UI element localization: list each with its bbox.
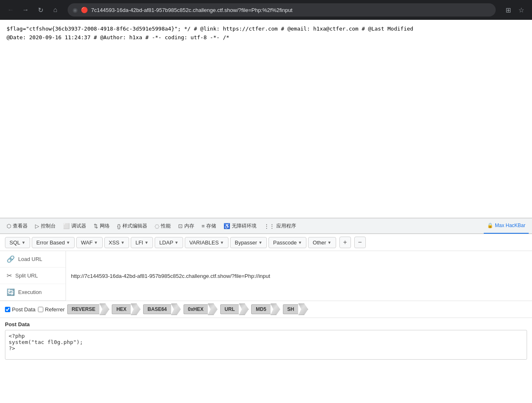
split-url-button[interactable]: ✂ Split URL bbox=[0, 268, 66, 284]
lfi-label: LFI bbox=[135, 239, 143, 246]
lfi-arrow: ▼ bbox=[144, 240, 148, 245]
menu-xss[interactable]: XSS ▼ bbox=[104, 237, 129, 248]
add-menu-button[interactable]: + bbox=[339, 237, 351, 248]
sh-arrow-icon bbox=[298, 303, 308, 315]
execution-button[interactable]: 🔄 Execution bbox=[0, 284, 66, 301]
url-input[interactable] bbox=[71, 273, 527, 279]
xss-label: XSS bbox=[109, 239, 120, 246]
referrer-checkbox-label: Referrer bbox=[45, 306, 65, 313]
accessibility-label: 无障碍环境 bbox=[232, 223, 257, 230]
style-editor-icon: {} bbox=[117, 223, 121, 229]
md5-arrow-icon bbox=[271, 303, 280, 315]
debugger-label: 调试器 bbox=[71, 223, 86, 230]
home-button[interactable]: ⌂ bbox=[49, 4, 61, 16]
qr-icon[interactable]: ⊞ bbox=[502, 4, 514, 16]
hackbar-tab[interactable]: 🔒 Max HacKBar bbox=[484, 218, 529, 234]
base64-button[interactable]: BASE64 bbox=[143, 303, 181, 315]
sh-label: SH bbox=[283, 304, 299, 314]
menu-other[interactable]: Other ▼ bbox=[308, 237, 336, 248]
browser-actions: ⊞ ☆ bbox=[502, 4, 527, 16]
post-data-checkbox-item[interactable]: Post Data bbox=[5, 306, 35, 313]
browser-chrome: ← → ↻ ⌂ ◉ 🔴 7c144593-16da-42bd-af81-957b… bbox=[0, 0, 532, 20]
reverse-button[interactable]: REVERSE bbox=[67, 303, 109, 315]
inspect-label: 查看器 bbox=[13, 223, 28, 230]
inspect-icon: ⬡ bbox=[7, 223, 11, 229]
execution-label: Execution bbox=[18, 289, 42, 295]
menu-ldap[interactable]: LDAP ▼ bbox=[155, 237, 183, 248]
devtool-memory[interactable]: ⊡ 内存 bbox=[175, 221, 198, 231]
hackbar-panel: SQL ▼ Error Based ▼ WAF ▼ XSS ▼ LFI ▼ LD… bbox=[0, 234, 532, 364]
bypasser-label: Bypasser bbox=[235, 239, 257, 246]
passcode-arrow: ▼ bbox=[298, 240, 302, 245]
network-label: 网络 bbox=[100, 223, 110, 230]
scissors-icon: ✂ bbox=[7, 272, 12, 280]
error-based-label: Error Based bbox=[36, 239, 65, 246]
reverse-arrow-icon bbox=[99, 303, 109, 315]
link-icon: 🔗 bbox=[7, 255, 15, 263]
devtools-bar: ⬡ 查看器 ▷ 控制台 ⬜ 调试器 ⇅ 网络 {} 样式编辑器 ◌ 性能 ⊡ 内… bbox=[0, 218, 532, 234]
back-button[interactable]: ← bbox=[5, 4, 16, 16]
devtool-performance[interactable]: ◌ 性能 bbox=[151, 221, 174, 231]
refresh-button[interactable]: ↻ bbox=[35, 4, 46, 16]
execution-icon: 🔄 bbox=[7, 288, 15, 296]
console-label: 控制台 bbox=[41, 223, 56, 230]
url-arrow-icon bbox=[239, 303, 249, 315]
0xhex-button[interactable]: 0xHEX bbox=[184, 303, 218, 315]
menu-lfi[interactable]: LFI ▼ bbox=[131, 237, 153, 248]
hex-arrow-icon bbox=[131, 303, 141, 315]
devtool-inspect[interactable]: ⬡ 查看器 bbox=[3, 221, 31, 231]
ldap-arrow: ▼ bbox=[174, 240, 179, 245]
menu-passcode[interactable]: Passcode ▼ bbox=[268, 237, 306, 248]
post-data-textarea[interactable]: <?php system("tac fl0g.php"); ?> bbox=[5, 330, 527, 360]
post-data-checkbox[interactable] bbox=[5, 307, 10, 312]
menu-bypasser[interactable]: Bypasser ▼ bbox=[230, 237, 267, 248]
error-based-arrow: ▼ bbox=[66, 240, 70, 245]
apps-icon: ⋮⋮ bbox=[264, 223, 275, 229]
devtool-style-editor[interactable]: {} 样式编辑器 bbox=[114, 221, 151, 231]
apps-label: 应用程序 bbox=[276, 223, 296, 230]
hackbar-label: Max HacKBar bbox=[495, 223, 525, 228]
debugger-icon: ⬜ bbox=[63, 223, 70, 229]
passcode-label: Passcode bbox=[273, 239, 297, 246]
memory-label: 内存 bbox=[184, 223, 194, 230]
base64-label: BASE64 bbox=[143, 304, 171, 314]
flag-text: $flag="ctfshow{36cb3937-2008-4918-8f6c-3… bbox=[7, 25, 525, 42]
xss-arrow: ▼ bbox=[121, 240, 125, 245]
url-section: 🔗 Load URL ✂ Split URL 🔄 Execution bbox=[0, 251, 532, 301]
devtool-accessibility[interactable]: ♿ 无障碍环境 bbox=[220, 221, 260, 231]
forward-button[interactable]: → bbox=[20, 4, 31, 16]
devtool-apps[interactable]: ⋮⋮ 应用程序 bbox=[261, 221, 299, 231]
flag-line2: @Date: 2020-09-16 11:24:37 # @Author: h1… bbox=[7, 33, 525, 42]
sql-arrow: ▼ bbox=[21, 240, 26, 245]
menu-waf[interactable]: WAF ▼ bbox=[76, 237, 102, 248]
referrer-checkbox-item[interactable]: Referrer bbox=[38, 306, 65, 313]
hex-button[interactable]: HEX bbox=[112, 303, 141, 315]
menu-error-based[interactable]: Error Based ▼ bbox=[32, 237, 75, 248]
devtool-network[interactable]: ⇅ 网络 bbox=[90, 221, 113, 231]
devtool-console[interactable]: ▷ 控制台 bbox=[32, 221, 59, 231]
waf-label: WAF bbox=[81, 239, 92, 246]
md5-button[interactable]: MD5 bbox=[251, 303, 280, 315]
storage-label: 存储 bbox=[206, 223, 216, 230]
bookmark-icon[interactable]: ☆ bbox=[516, 4, 527, 16]
remove-menu-button[interactable]: − bbox=[354, 237, 366, 248]
post-data-checkbox-label: Post Data bbox=[12, 306, 35, 313]
sql-label: SQL bbox=[9, 239, 20, 246]
other-label: Other bbox=[313, 239, 326, 246]
style-editor-label: 样式编辑器 bbox=[122, 223, 147, 230]
referrer-checkbox[interactable] bbox=[38, 307, 43, 312]
devtool-debugger[interactable]: ⬜ 调试器 bbox=[60, 221, 89, 231]
devtool-storage[interactable]: ≡ 存储 bbox=[198, 221, 220, 231]
address-bar[interactable]: ◉ 🔴 7c144593-16da-42bd-af81-957b985c852c… bbox=[68, 3, 496, 17]
menu-sql[interactable]: SQL ▼ bbox=[5, 237, 30, 248]
flag-line1: $flag="ctfshow{36cb3937-2008-4918-8f6c-3… bbox=[7, 25, 525, 33]
load-url-button[interactable]: 🔗 Load URL bbox=[0, 251, 66, 268]
url-input-container[interactable] bbox=[66, 251, 532, 301]
base64-arrow-icon bbox=[171, 303, 181, 315]
menu-variables[interactable]: VARIABLES ▼ bbox=[185, 237, 228, 248]
console-icon: ▷ bbox=[35, 223, 39, 229]
url-button[interactable]: URL bbox=[220, 303, 249, 315]
storage-icon: ≡ bbox=[202, 223, 205, 229]
security-icon: 🔴 bbox=[81, 7, 88, 13]
sh-button[interactable]: SH bbox=[283, 303, 308, 315]
